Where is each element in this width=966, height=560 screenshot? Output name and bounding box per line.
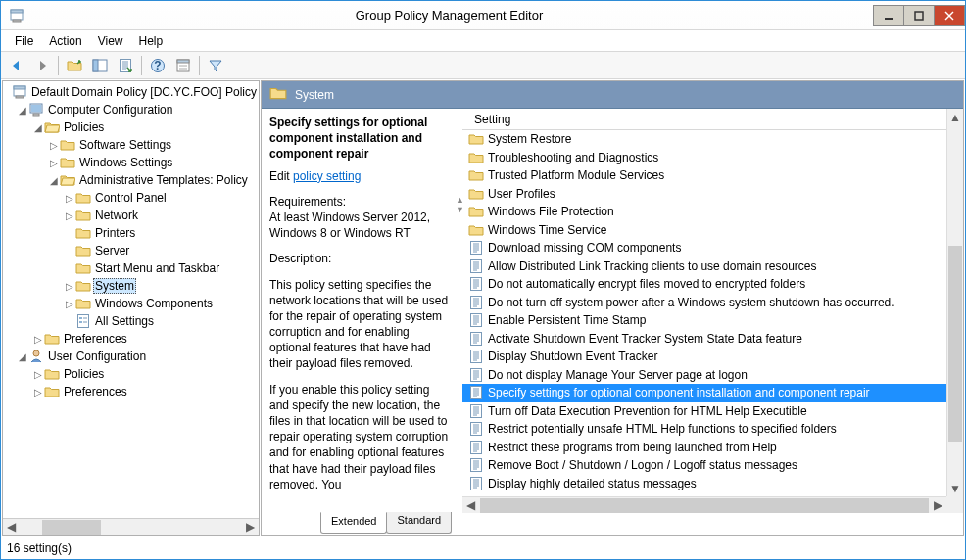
menu-bar: File Action View Help xyxy=(1,30,965,52)
export-list-button[interactable] xyxy=(114,54,137,77)
list-item[interactable]: Display highly detailed status messages xyxy=(462,475,963,493)
close-button[interactable] xyxy=(934,5,965,26)
policy-icon xyxy=(468,276,484,292)
list-item-label: Activate Shutdown Event Tracker System S… xyxy=(488,332,802,346)
tree-user-preferences[interactable]: ▷Preferences xyxy=(3,383,259,400)
expand-icon[interactable]: ▷ xyxy=(64,193,75,204)
list-item[interactable]: Do not display Manage Your Server page a… xyxy=(462,366,963,385)
menu-file[interactable]: File xyxy=(7,32,41,50)
expand-icon[interactable]: ▷ xyxy=(32,334,44,345)
collapse-icon[interactable]: ◢ xyxy=(17,351,28,362)
collapse-icon[interactable]: ◢ xyxy=(17,105,28,116)
column-setting[interactable]: Setting xyxy=(468,109,963,129)
policy-icon xyxy=(468,421,484,437)
list-item[interactable]: Activate Shutdown Event Tracker System S… xyxy=(462,330,963,349)
list-item-label: Download missing COM components xyxy=(488,241,681,255)
svg-text:?: ? xyxy=(154,59,161,72)
expand-icon[interactable]: ▷ xyxy=(64,299,75,309)
expand-icon[interactable]: ▷ xyxy=(32,387,44,397)
list-item[interactable]: Do not automatically encrypt files moved… xyxy=(462,275,963,294)
selected-setting-title: Specify settings for optional component … xyxy=(269,115,450,163)
list-item[interactable]: Trusted Platform Module Services xyxy=(462,166,963,185)
up-button[interactable] xyxy=(63,54,86,77)
show-hide-tree-button[interactable] xyxy=(88,54,112,77)
tab-standard[interactable]: Standard xyxy=(386,512,452,534)
tree-preferences[interactable]: ▷Preferences xyxy=(3,330,259,348)
list-item[interactable]: Enable Persistent Time Stamp xyxy=(462,311,963,330)
folder-icon xyxy=(468,167,484,183)
svg-rect-26 xyxy=(177,60,189,63)
tree-printers[interactable]: Printers xyxy=(3,224,259,242)
filter-button[interactable] xyxy=(204,54,227,77)
minimize-button[interactable] xyxy=(873,5,904,26)
tree-user-policies[interactable]: ▷Policies xyxy=(3,365,259,383)
policy-icon xyxy=(468,457,484,473)
folder-icon xyxy=(468,222,484,238)
tree-policies[interactable]: ◢Policies xyxy=(3,118,259,136)
policy-icon xyxy=(468,367,484,383)
tree-server[interactable]: Server xyxy=(3,242,259,259)
window-title: Group Policy Management Editor xyxy=(24,8,874,23)
policy-icon xyxy=(468,312,484,328)
list-item[interactable]: Turn off Data Execution Prevention for H… xyxy=(462,402,963,421)
menu-view[interactable]: View xyxy=(90,32,131,50)
tree-network[interactable]: ▷Network xyxy=(3,207,259,224)
forward-button[interactable] xyxy=(30,54,54,77)
list-item[interactable]: Windows Time Service xyxy=(462,221,963,240)
list-item[interactable]: Do not turn off system power after a Win… xyxy=(462,294,963,312)
expand-icon[interactable]: ▷ xyxy=(64,210,75,221)
tree-admin-templates[interactable]: ◢Administrative Templates: Policy xyxy=(3,171,259,189)
menu-help[interactable]: Help xyxy=(131,32,171,50)
tree-start-menu[interactable]: Start Menu and Taskbar xyxy=(3,259,259,277)
view-tabs: Extended Standard xyxy=(262,513,963,535)
folder-icon xyxy=(468,204,484,219)
tree-horizontal-scrollbar[interactable]: ◀▶ xyxy=(3,518,259,535)
list-item[interactable]: Download missing COM components xyxy=(462,239,963,257)
list-header[interactable]: Setting xyxy=(462,109,963,130)
expand-icon[interactable]: ▷ xyxy=(64,281,75,292)
list-item[interactable]: Specify settings for optional component … xyxy=(462,384,963,402)
back-button[interactable] xyxy=(5,54,28,77)
properties-button[interactable] xyxy=(171,54,195,77)
tree-computer-config[interactable]: ◢Computer Configuration xyxy=(3,101,259,118)
edit-policy-link[interactable]: policy setting xyxy=(293,169,361,183)
tree-all-settings[interactable]: All Settings xyxy=(3,312,259,330)
title-bar: Group Policy Management Editor xyxy=(1,1,965,30)
status-text: 16 setting(s) xyxy=(7,541,72,555)
expand-icon[interactable]: ▷ xyxy=(48,158,60,168)
tree-control-panel[interactable]: ▷Control Panel xyxy=(3,189,259,207)
list-item[interactable]: User Profiles xyxy=(462,185,963,204)
folder-icon xyxy=(468,150,484,165)
tree-user-config[interactable]: ◢User Configuration xyxy=(3,348,259,365)
maximize-button[interactable] xyxy=(903,5,935,26)
tree-windows-settings[interactable]: ▷Windows Settings xyxy=(3,154,259,171)
tree-root[interactable]: Default Domain Policy [DC.YC.FOO] Policy xyxy=(3,83,259,101)
list-item-label: Restrict these programs from being launc… xyxy=(488,441,777,454)
detail-pane: System Specify settings for optional com… xyxy=(261,80,964,536)
expand-icon[interactable]: ▷ xyxy=(48,140,60,151)
collapse-icon[interactable]: ◢ xyxy=(48,175,60,186)
list-item[interactable]: Restrict potentially unsafe HTML Help fu… xyxy=(462,420,963,439)
list-item[interactable]: Restrict these programs from being launc… xyxy=(462,439,963,457)
list-item-label: System Restore xyxy=(488,132,571,146)
list-item[interactable]: Display Shutdown Event Tracker xyxy=(462,348,963,366)
list-item[interactable]: Troubleshooting and Diagnostics xyxy=(462,149,963,167)
list-vertical-scrollbar[interactable]: ▲▼ xyxy=(946,109,963,496)
list-item[interactable]: System Restore xyxy=(462,130,963,149)
help-button[interactable]: ? xyxy=(146,54,169,77)
list-item-label: User Profiles xyxy=(488,187,555,201)
list-horizontal-scrollbar[interactable]: ◀▶ xyxy=(462,496,946,513)
tree-pane[interactable]: Default Domain Policy [DC.YC.FOO] Policy… xyxy=(2,80,260,536)
expand-icon[interactable]: ▷ xyxy=(32,369,44,380)
description-text-2: If you enable this policy setting and sp… xyxy=(269,382,450,492)
tab-extended[interactable]: Extended xyxy=(320,512,387,534)
list-item[interactable]: Remove Boot / Shutdown / Logon / Logoff … xyxy=(462,456,963,475)
list-item[interactable]: Windows File Protection xyxy=(462,203,963,221)
collapse-icon[interactable]: ◢ xyxy=(32,122,44,133)
tree-windows-components[interactable]: ▷Windows Components xyxy=(3,295,259,312)
list-item-label: Allow Distributed Link Tracking clients … xyxy=(488,259,816,273)
tree-system[interactable]: ▷System xyxy=(3,277,259,295)
tree-software-settings[interactable]: ▷Software Settings xyxy=(3,136,259,154)
menu-action[interactable]: Action xyxy=(41,32,89,50)
list-item[interactable]: Allow Distributed Link Tracking clients … xyxy=(462,257,963,276)
